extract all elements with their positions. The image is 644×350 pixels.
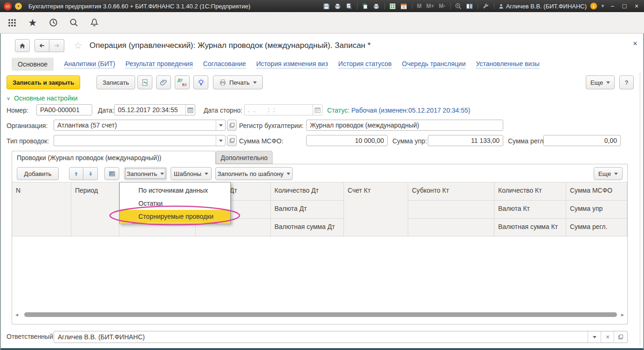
minimize-button[interactable]: − (608, 2, 617, 10)
column-header[interactable]: Валюта Дт (271, 201, 343, 219)
hint-bulb-button[interactable] (193, 75, 208, 89)
nav-link-3[interactable]: История изменения виз (256, 60, 328, 68)
memory-m-button[interactable]: M (416, 3, 423, 9)
responsible-clear-button[interactable]: × (601, 331, 614, 343)
favorite-star-icon[interactable]: ☆ (74, 40, 82, 51)
close-form-button[interactable]: × (630, 39, 640, 48)
zoom-icon[interactable] (454, 2, 463, 10)
close-window-button[interactable]: × (632, 2, 641, 10)
move-down-button[interactable] (83, 167, 98, 180)
nav-link-2[interactable]: Согласование (203, 60, 246, 68)
posting-type-dropdown-button[interactable] (216, 135, 225, 146)
add-row-button[interactable]: Добавить (17, 167, 59, 180)
memory-mplus-button[interactable]: M+ (425, 3, 435, 9)
nav-link-0[interactable]: Аналитики (БИТ) (64, 60, 115, 68)
responsible-field[interactable]: Агличев В.В. (БИТ.ФИНАНС) × (54, 331, 628, 343)
organization-open-button[interactable] (227, 120, 237, 131)
horizontal-scrollbar[interactable]: ◂ ▸ (14, 311, 625, 318)
column-header[interactable]: Сумма упр (566, 201, 627, 219)
column-header[interactable] (408, 201, 494, 219)
column-header[interactable]: Счет Кт (344, 182, 408, 237)
responsible-dropdown-button[interactable] (588, 331, 601, 343)
column-header[interactable]: Количество Кт (494, 182, 566, 201)
tab-postings[interactable]: Проводки (Журнал проводок (международный… (12, 151, 216, 164)
tab-additional[interactable]: Дополнительно (216, 151, 273, 164)
status-value-link[interactable]: Рабочая (изменен:05.12.2017 20:34:55) (351, 107, 470, 114)
info-dropdown-icon[interactable]: ▼ (601, 4, 605, 8)
info-icon[interactable]: i (589, 2, 598, 10)
system-menu-icon[interactable]: ▾ (15, 3, 22, 10)
responsible-open-button[interactable] (614, 331, 627, 343)
regl-sum-field[interactable]: 0,00 (543, 135, 621, 146)
send-document-icon[interactable] (361, 2, 370, 10)
calendar-icon[interactable]: 31 (400, 2, 408, 10)
help-button[interactable]: ? (619, 75, 634, 89)
nav-link-6[interactable]: Установленные визы (476, 60, 540, 68)
save-and-close-button[interactable]: Записать и закрыть (7, 75, 80, 89)
attachments-button[interactable] (156, 75, 171, 89)
organization-dropdown-button[interactable] (216, 120, 225, 130)
home-button[interactable] (15, 39, 30, 52)
templates-menu-button[interactable]: Шаблоны (171, 167, 212, 180)
date-field[interactable]: 05.12.2017 20:34:55 (114, 104, 195, 115)
split-window-icon[interactable] (466, 2, 474, 10)
tab-osnovnoe[interactable]: Основное (12, 58, 54, 71)
menu-grid-icon[interactable] (6, 16, 19, 29)
register-field[interactable]: Журнал проводок (международный) (306, 120, 503, 131)
more-button[interactable]: Еще (586, 75, 615, 89)
move-up-button[interactable] (69, 167, 83, 180)
current-user[interactable]: Агличев В.В. (БИТ.ФИНАНС) (498, 3, 587, 10)
print-menu-button[interactable]: Печать (213, 75, 263, 89)
msfo-sum-field[interactable]: 10 000,00 (306, 135, 388, 146)
nav-link-5[interactable]: Очередь трансляции (402, 60, 466, 68)
scroll-right-icon[interactable]: ▸ (620, 311, 625, 318)
history-icon[interactable] (47, 16, 60, 29)
print-preview-icon[interactable] (345, 2, 353, 10)
dtkt-postings-button[interactable]: ДтКт (175, 75, 190, 89)
maximize-button[interactable]: □ (620, 2, 629, 10)
storno-date-field[interactable]: . . : : (244, 104, 322, 115)
storno-calendar-button[interactable] (313, 105, 322, 115)
back-button[interactable] (34, 39, 49, 52)
posting-type-open-button[interactable] (227, 135, 237, 146)
scroll-left-icon[interactable]: ◂ (14, 311, 20, 318)
fill-by-template-button[interactable]: Заполнить по шаблону (215, 167, 293, 180)
notifications-bell-icon[interactable] (88, 16, 101, 29)
number-field[interactable]: РА00-000001 (36, 104, 92, 115)
menu-item-0[interactable]: По источникам данных (120, 184, 230, 197)
favorites-icon[interactable]: ★ (26, 16, 39, 29)
search-icon[interactable] (67, 16, 80, 29)
column-header[interactable]: Валюта Кт (494, 201, 566, 219)
reverse-flag-button[interactable] (104, 167, 119, 180)
save-icon[interactable] (322, 2, 331, 10)
menu-item-2[interactable]: Сторнируемые проводки (120, 210, 230, 223)
post-document-button[interactable] (137, 75, 152, 89)
nav-link-4[interactable]: История статусов (338, 60, 392, 68)
print-document-icon[interactable] (372, 2, 381, 10)
nav-link-1[interactable]: Результат проведения (125, 60, 193, 68)
column-header[interactable]: N (12, 182, 71, 237)
date-calendar-button[interactable] (185, 105, 195, 115)
column-header[interactable]: Валютная сумма Кт (494, 219, 566, 237)
grid-more-button[interactable]: Еще (594, 167, 623, 180)
upr-sum-field[interactable]: 11 133,00 (428, 135, 503, 146)
print-icon[interactable] (334, 2, 342, 10)
column-header[interactable] (408, 219, 494, 237)
column-header[interactable]: Валютная сумма Дт (271, 219, 343, 237)
memory-mminus-button[interactable]: M- (438, 3, 446, 9)
save-button[interactable]: Записать (96, 75, 135, 89)
scrollbar-thumb[interactable] (24, 312, 617, 317)
column-header[interactable]: Количество Дт (271, 182, 343, 201)
service-settings-icon[interactable] (482, 2, 490, 10)
column-header[interactable]: Период (71, 182, 119, 237)
column-header[interactable]: Сумма МСФО (566, 182, 627, 201)
fill-menu-button[interactable]: Заполнить (124, 167, 167, 180)
column-header[interactable]: Субконто Кт (408, 182, 494, 201)
menu-item-1[interactable]: Остатки (120, 197, 230, 210)
organization-field[interactable]: Атлантика (57 счет) (54, 120, 226, 131)
column-header[interactable]: Сумма регл. (566, 219, 627, 237)
forward-button[interactable] (49, 39, 64, 52)
settings-section-toggle[interactable]: ∨ Основные настройки (7, 94, 78, 102)
posting-type-field[interactable] (54, 135, 226, 146)
calculator-icon[interactable] (389, 2, 397, 10)
